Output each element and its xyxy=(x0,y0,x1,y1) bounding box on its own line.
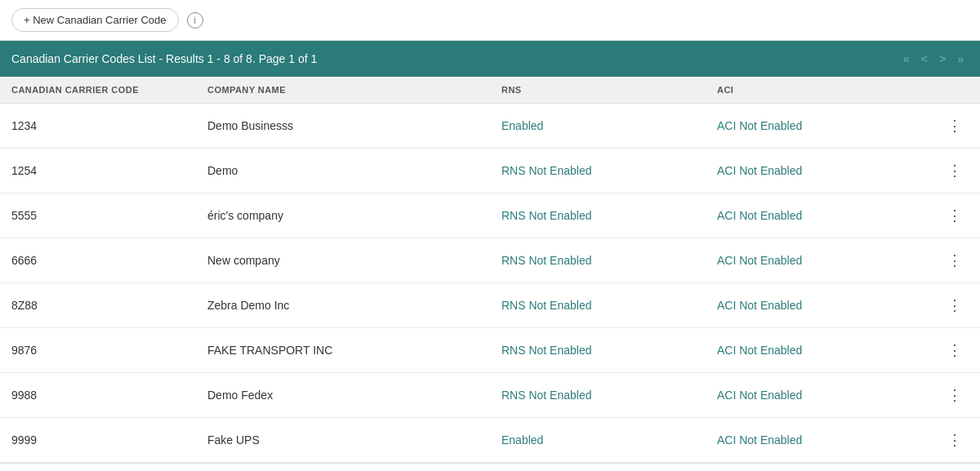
column-header-rns: RNS xyxy=(490,77,706,104)
cell-aci: ACI Not Enabled xyxy=(706,373,921,418)
column-header-company: COMPANY NAME xyxy=(196,77,490,104)
table-row: 9876 FAKE TRANSPORT INC RNS Not Enabled … xyxy=(0,328,980,373)
cell-rns: RNS Not Enabled xyxy=(490,373,706,418)
cell-aci: ACI Not Enabled xyxy=(706,104,921,149)
row-actions-button[interactable]: ⋮ xyxy=(941,160,969,181)
cell-company: Demo Fedex xyxy=(196,373,490,418)
cell-rns: RNS Not Enabled xyxy=(490,328,706,373)
table-row: 1254 Demo RNS Not Enabled ACI Not Enable… xyxy=(0,149,980,193)
cell-actions: ⋮ xyxy=(921,328,980,373)
cell-rns: Enabled xyxy=(490,418,706,463)
cell-code: 9876 xyxy=(0,328,196,373)
cell-rns: RNS Not Enabled xyxy=(490,283,706,328)
new-carrier-button-label: + New Canadian Carrier Code xyxy=(24,14,167,26)
column-header-aci: ACI xyxy=(706,77,921,104)
cell-code: 8Z88 xyxy=(0,283,196,328)
pagination-top: « < > » xyxy=(898,49,969,69)
cell-company: FAKE TRANSPORT INC xyxy=(196,328,490,373)
cell-actions: ⋮ xyxy=(921,104,980,149)
last-page-top-button[interactable]: » xyxy=(952,49,969,69)
table-row: 8Z88 Zebra Demo Inc RNS Not Enabled ACI … xyxy=(0,283,980,328)
cell-aci: ACI Not Enabled xyxy=(706,238,921,283)
new-carrier-button[interactable]: + New Canadian Carrier Code xyxy=(11,8,179,32)
column-header-code: CANADIAN CARRIER CODE xyxy=(0,77,196,104)
cell-code: 9988 xyxy=(0,373,196,418)
info-icon[interactable]: i xyxy=(187,12,203,29)
cell-actions: ⋮ xyxy=(921,238,980,283)
row-actions-button[interactable]: ⋮ xyxy=(941,295,969,316)
cell-rns: RNS Not Enabled xyxy=(490,149,706,193)
row-actions-button[interactable]: ⋮ xyxy=(941,429,969,451)
info-icon-symbol: i xyxy=(194,15,196,26)
list-header-bar: Canadian Carrier Codes List - Results 1 … xyxy=(0,41,980,77)
cell-aci: ACI Not Enabled xyxy=(706,193,921,238)
cell-aci: ACI Not Enabled xyxy=(706,149,921,193)
cell-company: éric's company xyxy=(196,193,490,238)
cell-company: Demo xyxy=(196,149,490,193)
cell-company: Demo Businesss xyxy=(196,104,490,149)
prev-page-top-button[interactable]: < xyxy=(916,49,933,69)
first-page-top-button[interactable]: « xyxy=(898,49,915,69)
table-row: 1234 Demo Businesss Enabled ACI Not Enab… xyxy=(0,104,980,149)
list-header-title: Canadian Carrier Codes List - Results 1 … xyxy=(11,52,317,65)
bottom-bar: « < > » Results 1 - 8 of 8. Page 1 of 1 xyxy=(0,463,980,471)
cell-actions: ⋮ xyxy=(921,149,980,193)
table-row: 9999 Fake UPS Enabled ACI Not Enabled ⋮ xyxy=(0,418,980,463)
cell-actions: ⋮ xyxy=(921,283,980,328)
cell-aci: ACI Not Enabled xyxy=(706,328,921,373)
carrier-codes-table: CANADIAN CARRIER CODE COMPANY NAME RNS A… xyxy=(0,77,980,463)
cell-rns: RNS Not Enabled xyxy=(490,193,706,238)
cell-code: 6666 xyxy=(0,238,196,283)
cell-code: 1254 xyxy=(0,149,196,193)
table-row: 6666 New company RNS Not Enabled ACI Not… xyxy=(0,238,980,283)
cell-rns: RNS Not Enabled xyxy=(490,238,706,283)
cell-company: Fake UPS xyxy=(196,418,490,463)
cell-company: Zebra Demo Inc xyxy=(196,283,490,328)
cell-actions: ⋮ xyxy=(921,373,980,418)
cell-rns: Enabled xyxy=(490,104,706,149)
row-actions-button[interactable]: ⋮ xyxy=(941,115,969,136)
cell-company: New company xyxy=(196,238,490,283)
cell-code: 1234 xyxy=(0,104,196,149)
cell-actions: ⋮ xyxy=(921,418,980,463)
cell-aci: ACI Not Enabled xyxy=(706,283,921,328)
row-actions-button[interactable]: ⋮ xyxy=(941,250,969,271)
cell-actions: ⋮ xyxy=(921,193,980,238)
next-page-top-button[interactable]: > xyxy=(934,49,951,69)
cell-aci: ACI Not Enabled xyxy=(706,418,921,463)
table-row: 9988 Demo Fedex RNS Not Enabled ACI Not … xyxy=(0,373,980,418)
cell-code: 5555 xyxy=(0,193,196,238)
table-row: 5555 éric's company RNS Not Enabled ACI … xyxy=(0,193,980,238)
table-header-row: CANADIAN CARRIER CODE COMPANY NAME RNS A… xyxy=(0,77,980,104)
row-actions-button[interactable]: ⋮ xyxy=(941,384,969,406)
row-actions-button[interactable]: ⋮ xyxy=(941,340,969,361)
column-header-actions xyxy=(921,77,980,104)
row-actions-button[interactable]: ⋮ xyxy=(941,205,969,226)
cell-code: 9999 xyxy=(0,418,196,463)
toolbar: + New Canadian Carrier Code i xyxy=(0,0,980,41)
